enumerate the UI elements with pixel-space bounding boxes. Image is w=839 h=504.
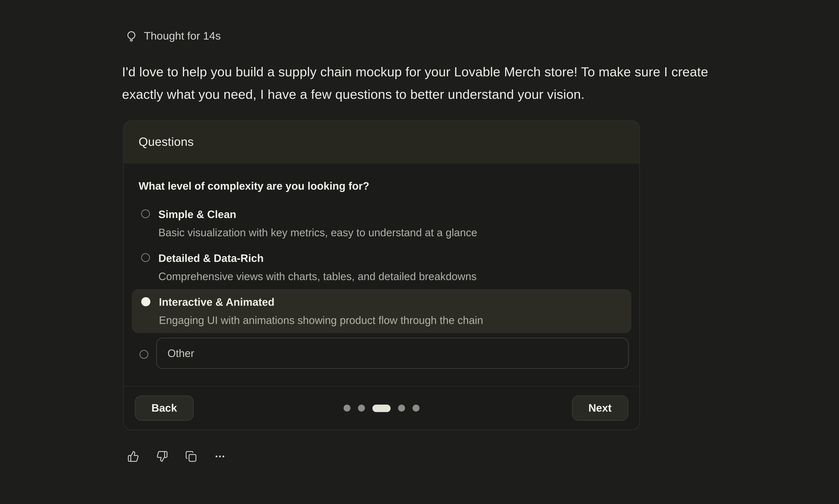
option-description: Engaging UI with animations showing prod…	[159, 313, 483, 327]
thought-summary[interactable]: Thought for 14s	[125, 29, 221, 43]
option-interactive-animated[interactable]: Interactive & Animated Engaging UI with …	[132, 289, 631, 333]
option-title: Simple & Clean	[158, 208, 477, 221]
thumbs-down-button[interactable]	[156, 451, 168, 462]
option-other	[132, 338, 629, 369]
chat-message-block: Thought for 14s I'd love to help you bui…	[0, 0, 839, 504]
pagination-dot[interactable]	[344, 404, 351, 411]
radio-simple-clean[interactable]	[141, 210, 150, 218]
questions-card-header: Questions	[124, 121, 640, 163]
questions-card-footer: Back Next	[124, 386, 640, 430]
option-title: Detailed & Data-Rich	[158, 251, 477, 265]
back-button[interactable]: Back	[135, 396, 194, 420]
lightbulb-icon	[125, 30, 138, 42]
radio-detailed-data-rich[interactable]	[141, 253, 150, 262]
thumbs-up-button[interactable]	[127, 451, 139, 462]
question-text: What level of complexity are you looking…	[139, 179, 624, 193]
thought-label: Thought for 14s	[144, 29, 221, 43]
questions-card-body: What level of complexity are you looking…	[124, 179, 640, 369]
options-list: Simple & Clean Basic visualization with …	[139, 201, 624, 369]
option-detailed-data-rich[interactable]: Detailed & Data-Rich Comprehensive views…	[132, 245, 631, 289]
option-simple-clean[interactable]: Simple & Clean Basic visualization with …	[132, 201, 631, 245]
pagination-dot[interactable]	[358, 404, 365, 411]
other-input[interactable]	[156, 338, 629, 369]
radio-other[interactable]	[140, 350, 148, 359]
pagination-dots	[344, 404, 420, 412]
option-title: Interactive & Animated	[159, 295, 483, 309]
message-actions	[127, 451, 226, 462]
pagination-dot-active[interactable]	[372, 404, 390, 412]
next-button[interactable]: Next	[572, 396, 628, 420]
ellipsis-icon	[214, 451, 226, 462]
pagination-dot[interactable]	[398, 404, 405, 411]
card-title: Questions	[139, 135, 194, 149]
assistant-message: I'd love to help you build a supply chai…	[122, 61, 747, 106]
pagination-dot[interactable]	[413, 404, 420, 411]
radio-interactive-animated[interactable]	[141, 297, 150, 306]
more-options-button[interactable]	[214, 451, 226, 462]
option-description: Comprehensive views with charts, tables,…	[158, 269, 477, 283]
option-description: Basic visualization with key metrics, ea…	[158, 226, 477, 239]
thumbs-down-icon	[156, 451, 168, 462]
questions-card: Questions What level of complexity are y…	[123, 120, 640, 430]
copy-icon	[185, 451, 197, 462]
thumbs-up-icon	[127, 451, 139, 462]
copy-button[interactable]	[185, 451, 197, 462]
